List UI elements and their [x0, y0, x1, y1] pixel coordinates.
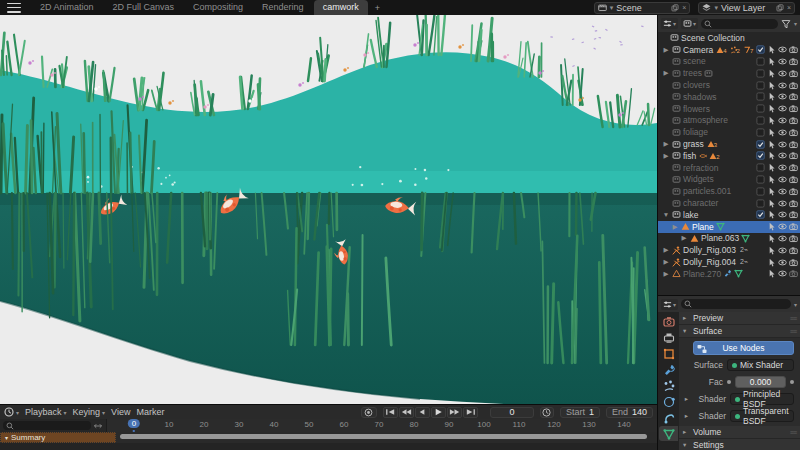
selectable-cursor-icon[interactable] [767, 128, 776, 137]
outliner-row-atmosphere[interactable]: atmosphere [658, 115, 800, 127]
selectable-cursor-icon[interactable] [767, 222, 776, 231]
outliner-editor-type-button[interactable]: ▾ [661, 18, 678, 29]
eye-visibility-icon[interactable] [778, 199, 787, 208]
camera-render-icon[interactable] [789, 175, 798, 184]
selectable-cursor-icon[interactable] [767, 175, 776, 184]
expand-icon[interactable]: ▶ [662, 152, 670, 160]
eye-visibility-icon[interactable] [778, 104, 787, 113]
camera-render-icon[interactable] [789, 222, 798, 231]
panel-settings[interactable]: ▾ Settings [679, 439, 800, 450]
current-frame-field[interactable]: 0 [490, 407, 534, 418]
hamburger-menu-icon[interactable] [7, 3, 21, 13]
timeline-scrollbar[interactable] [116, 432, 657, 443]
checkbox-unchecked[interactable] [756, 104, 765, 113]
tab-particles[interactable] [659, 378, 678, 393]
selectable-cursor-icon[interactable] [767, 140, 776, 149]
outliner-row-widgets[interactable]: Widgets [658, 174, 800, 186]
outliner-search-input[interactable] [701, 19, 778, 29]
expand-icon[interactable]: ▶ [662, 140, 670, 148]
close-icon[interactable]: × [682, 4, 686, 11]
animate-dot-icon[interactable] [790, 380, 794, 384]
copy-icon[interactable] [671, 4, 679, 12]
prev-keyframe-button[interactable] [399, 407, 414, 418]
selectable-cursor-icon[interactable] [767, 69, 776, 78]
tab-render[interactable] [659, 314, 678, 329]
selectable-cursor-icon[interactable] [767, 199, 776, 208]
fac-value-slider[interactable]: 0.000 [735, 376, 786, 388]
next-keyframe-button[interactable] [447, 407, 462, 418]
selectable-cursor-icon[interactable] [767, 258, 776, 267]
viewport-3d[interactable] [0, 15, 657, 404]
expand-icon[interactable]: ▶ [680, 234, 688, 242]
panel-surface[interactable]: ▾ Surface ≡≡ [679, 325, 800, 338]
selectable-cursor-icon[interactable] [767, 163, 776, 172]
selectable-cursor-icon[interactable] [767, 246, 776, 255]
outliner-row-character[interactable]: character [658, 197, 800, 209]
frame-end-field[interactable]: End140 [606, 407, 653, 418]
checkbox-unchecked[interactable] [756, 116, 765, 125]
outliner-row-fish[interactable]: ▶fish2 [658, 150, 800, 162]
checkbox-unchecked[interactable] [756, 187, 765, 196]
menu-view[interactable]: View [111, 407, 130, 417]
outliner-row-refraction[interactable]: refraction [658, 162, 800, 174]
eye-visibility-icon[interactable] [778, 57, 787, 66]
display-mode-button[interactable]: ▾ [681, 18, 698, 29]
tab-material[interactable] [659, 426, 678, 441]
camera-render-icon[interactable] [789, 269, 798, 278]
eye-visibility-icon[interactable] [778, 258, 787, 267]
selectable-cursor-icon[interactable] [767, 92, 776, 101]
collapse-icon[interactable]: ▼ [662, 211, 670, 218]
selectable-cursor-icon[interactable] [767, 116, 776, 125]
scrollbar-thumb[interactable] [120, 434, 647, 439]
outliner-row-scene[interactable]: scene [658, 56, 800, 68]
selectable-cursor-icon[interactable] [767, 57, 776, 66]
expand-icon[interactable]: ▶ [662, 69, 670, 77]
camera-render-icon[interactable] [789, 258, 798, 267]
filter-icon[interactable] [781, 19, 791, 29]
outliner-row-lake[interactable]: ▼lake [658, 209, 800, 221]
workspace-tab-camwork[interactable]: camwork [314, 0, 368, 15]
shader1-field[interactable]: Principled BSDF [730, 393, 794, 405]
expand-collapse-icon[interactable] [93, 422, 103, 430]
tab-output[interactable] [659, 330, 678, 345]
workspace-tab-rendering[interactable]: Rendering [253, 0, 313, 15]
eye-visibility-icon[interactable] [778, 234, 787, 243]
selectable-cursor-icon[interactable] [767, 45, 776, 54]
selectable-cursor-icon[interactable] [767, 81, 776, 90]
checkbox-unchecked[interactable] [756, 128, 765, 137]
eye-visibility-icon[interactable] [778, 163, 787, 172]
outliner-row-flowers[interactable]: flowers [658, 103, 800, 115]
camera-render-icon[interactable] [789, 104, 798, 113]
jump-to-start-button[interactable] [383, 407, 398, 418]
checkbox-unchecked[interactable] [756, 92, 765, 101]
outliner-row-dolly_rig.003[interactable]: ▶Dolly_Rig.0032⌁ [658, 244, 800, 256]
selectable-cursor-icon[interactable] [767, 234, 776, 243]
copy-icon[interactable] [776, 4, 784, 12]
outliner-row-clovers[interactable]: clovers [658, 79, 800, 91]
expand-icon[interactable]: ▶ [662, 270, 670, 278]
eye-visibility-icon[interactable] [778, 45, 787, 54]
use-nodes-button[interactable]: Use Nodes [693, 341, 794, 355]
camera-render-icon[interactable] [789, 57, 798, 66]
camera-render-icon[interactable] [789, 81, 798, 90]
workspace-tab-2d-full-canvas[interactable]: 2D Full Canvas [104, 0, 184, 15]
outliner-row-grass[interactable]: ▶grass3 [658, 138, 800, 150]
checkbox-unchecked[interactable] [756, 163, 765, 172]
checkbox-unchecked[interactable] [756, 57, 765, 66]
checkbox-checked[interactable] [756, 140, 765, 149]
eye-visibility-icon[interactable] [778, 222, 787, 231]
playhead-current-frame[interactable]: 0 [128, 419, 140, 428]
channel-search-input[interactable] [3, 421, 91, 430]
selectable-cursor-icon[interactable] [767, 210, 776, 219]
camera-render-icon[interactable] [789, 128, 798, 137]
camera-render-icon[interactable] [789, 45, 798, 54]
expand-icon[interactable]: ▶ [662, 46, 670, 54]
outliner-row-plane[interactable]: ▶Plane [658, 221, 800, 233]
selectable-cursor-icon[interactable] [767, 269, 776, 278]
summary-channel[interactable]: ▾ Summary [0, 432, 116, 443]
checkbox-unchecked[interactable] [756, 175, 765, 184]
camera-render-icon[interactable] [789, 234, 798, 243]
eye-visibility-icon[interactable] [778, 187, 787, 196]
camera-render-icon[interactable] [789, 199, 798, 208]
checkbox-checked[interactable] [756, 45, 765, 54]
